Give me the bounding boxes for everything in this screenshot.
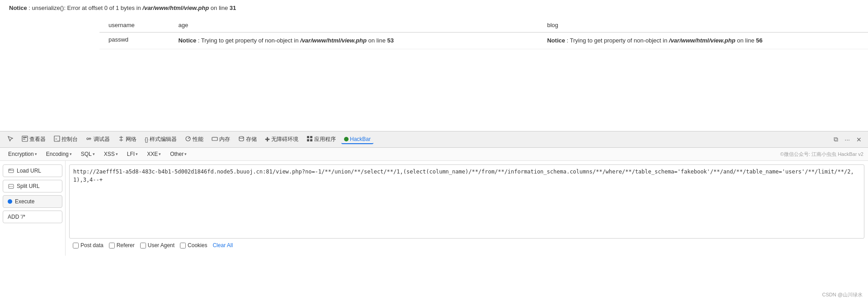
hackbar-dot-icon xyxy=(344,137,349,141)
devtools-tab-storage[interactable]: 存储 xyxy=(236,135,259,144)
accessibility-icon: ✚ xyxy=(265,136,270,143)
network-label: 网络 xyxy=(126,136,137,143)
devtools-tab-network[interactable]: 网络 xyxy=(115,135,139,144)
memory-label: 内存 xyxy=(219,136,230,143)
devtools-tab-apps[interactable]: 应用程序 xyxy=(304,135,339,144)
devtools-bar: 查看器 >_ 控制台 调试器 网络 xyxy=(0,131,868,147)
svg-point-16 xyxy=(239,136,244,138)
pick-icon xyxy=(7,136,14,143)
col-age: age xyxy=(169,18,538,33)
console-icon: >_ xyxy=(54,136,60,143)
hackbar-menu: Encryption ▾ Encoding ▾ SQL ▾ XSS ▾ LFI … xyxy=(0,148,868,161)
load-url-button[interactable]: Load URL xyxy=(3,164,62,177)
hackbar-main: http://2aefff51-a5d8-483c-b4b1-5d002d184… xyxy=(66,161,868,256)
devtools-tab-accessibility[interactable]: ✚ 无障碍环境 xyxy=(262,135,301,144)
xxe-label: XXE xyxy=(147,151,158,157)
devtools-close-icon[interactable]: ✕ xyxy=(854,135,863,144)
add-label: ADD '/* xyxy=(8,214,25,220)
add-button[interactable]: ADD '/* xyxy=(3,211,62,223)
inspector-icon xyxy=(22,136,28,143)
post-data-checkbox[interactable] xyxy=(73,243,79,248)
svg-point-22 xyxy=(9,169,9,169)
style-editor-icon: {} xyxy=(145,136,148,143)
devtools-more-icon[interactable]: ··· xyxy=(843,135,852,144)
execute-label: Execute xyxy=(15,198,34,205)
style-editor-label: 样式编辑器 xyxy=(150,136,177,143)
split-url-button[interactable]: Split URL xyxy=(3,180,62,192)
menu-item-sql[interactable]: SQL ▾ xyxy=(77,150,99,159)
notice-text: : unserialize(): Error at offset 0 of 1 … xyxy=(28,5,142,11)
hackbar-footer: Post data Referer User Agent Cookies Cle… xyxy=(69,239,864,252)
devtools-tab-inspector[interactable]: 查看器 xyxy=(19,135,48,144)
cell-passwd: passwd xyxy=(99,33,169,49)
apps-label: 应用程序 xyxy=(314,136,336,143)
storage-label: 存储 xyxy=(246,136,257,143)
col-username: username xyxy=(99,18,169,33)
hackbar-label: HackBar xyxy=(350,136,371,142)
split-url-label: Split URL xyxy=(17,183,40,189)
user-agent-checkbox[interactable] xyxy=(140,243,146,248)
svg-rect-2 xyxy=(23,139,25,140)
xss-arrow-icon: ▾ xyxy=(116,152,118,156)
console-label: 控制台 xyxy=(61,136,78,143)
notice-linenum: 31 xyxy=(230,5,236,11)
debugger-label: 调试器 xyxy=(94,136,110,143)
col-blog: blog xyxy=(538,18,868,33)
referer-label[interactable]: Referer xyxy=(109,242,135,248)
memory-icon xyxy=(212,136,218,143)
devtools-right-controls: ⧉ ··· ✕ xyxy=(832,135,863,144)
menu-item-xss[interactable]: XSS ▾ xyxy=(100,150,122,159)
svg-rect-18 xyxy=(310,136,312,138)
clear-all-button[interactable]: Clear All xyxy=(212,242,233,248)
menu-item-lfi[interactable]: LFI ▾ xyxy=(123,150,142,159)
menu-item-xxe[interactable]: XXE ▾ xyxy=(143,150,165,159)
performance-icon xyxy=(185,136,191,143)
hackbar-menu-right: ©微信公众号: 江南小虫虫 HackBar v2 xyxy=(780,151,863,158)
url-textarea[interactable]: http://2aefff51-a5d8-483c-b4b1-5d002d184… xyxy=(69,164,864,239)
lfi-label: LFI xyxy=(127,151,135,157)
apps-icon xyxy=(307,136,313,143)
svg-point-23 xyxy=(10,169,10,169)
load-url-label: Load URL xyxy=(17,168,41,174)
svg-point-5 xyxy=(87,138,89,140)
cookies-checkbox[interactable] xyxy=(180,243,186,248)
encoding-arrow-icon: ▾ xyxy=(70,152,72,156)
execute-button[interactable]: Execute xyxy=(3,195,62,208)
accessibility-label: 无障碍环境 xyxy=(271,136,298,143)
notice-label: Notice xyxy=(9,5,27,11)
csdn-credit: ©微信公众号: 江南小虫虫 HackBar v2 xyxy=(780,151,863,157)
table-row: passwd Notice : Trying to get property o… xyxy=(99,33,868,49)
devtools-tab-performance[interactable]: 性能 xyxy=(182,135,206,144)
referer-checkbox[interactable] xyxy=(109,243,115,248)
svg-rect-17 xyxy=(307,136,309,138)
devtools-tab-pick[interactable] xyxy=(5,135,16,144)
debugger-icon xyxy=(86,136,92,143)
devtools-tab-style-editor[interactable]: {} 样式编辑器 xyxy=(142,135,179,144)
user-agent-label[interactable]: User Agent xyxy=(140,242,175,248)
devtools-popout-icon[interactable]: ⧉ xyxy=(832,135,840,144)
notice-main: Notice : unserialize(): Error at offset … xyxy=(9,5,859,11)
other-arrow-icon: ▾ xyxy=(184,152,187,156)
devtools-tab-console[interactable]: >_ 控制台 xyxy=(51,135,80,144)
post-data-label[interactable]: Post data xyxy=(73,242,104,248)
devtools-tab-memory[interactable]: 内存 xyxy=(209,135,233,144)
sql-arrow-icon: ▾ xyxy=(93,152,95,156)
sql-label: SQL xyxy=(81,151,92,157)
inspector-label: 查看器 xyxy=(29,136,46,143)
encryption-arrow-icon: ▾ xyxy=(35,152,37,156)
svg-rect-12 xyxy=(212,137,217,141)
menu-item-encoding[interactable]: Encoding ▾ xyxy=(42,150,75,159)
main-table: username age blog passwd Notice : Trying… xyxy=(99,18,868,49)
cookies-label[interactable]: Cookies xyxy=(180,242,207,248)
performance-label: 性能 xyxy=(193,136,203,143)
menu-item-other[interactable]: Other ▾ xyxy=(166,150,190,159)
xxe-arrow-icon: ▾ xyxy=(159,152,161,156)
svg-rect-19 xyxy=(307,139,309,141)
notice-path: /var/www/html/view.php xyxy=(142,5,209,11)
devtools-tab-hackbar[interactable]: HackBar xyxy=(341,135,373,144)
menu-item-encryption[interactable]: Encryption ▾ xyxy=(5,150,41,159)
devtools-tab-debugger[interactable]: 调试器 xyxy=(83,135,113,144)
svg-rect-1 xyxy=(23,137,27,138)
svg-rect-20 xyxy=(310,139,312,141)
encryption-label: Encryption xyxy=(8,151,34,157)
